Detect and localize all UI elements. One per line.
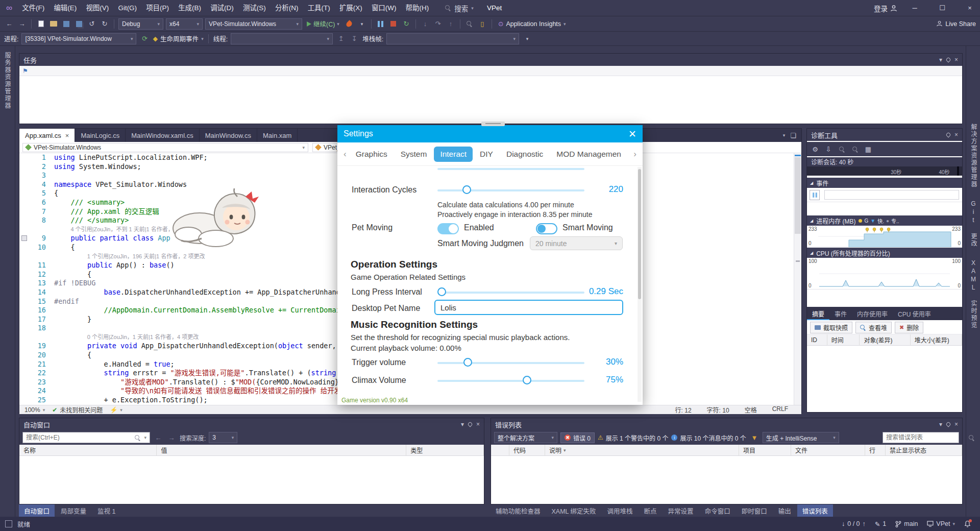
undo-icon[interactable]: ↺ [87,19,97,29]
process-dropdown[interactable]: [35336] VPet-Simulator.Window▾ [21,33,136,44]
menu-item-扩展(X)[interactable]: 扩展(X) [335,0,367,16]
autos-column-值[interactable]: 值 [157,445,406,455]
continue-button[interactable]: 继续(C) ▾ [305,19,341,29]
menu-item-Git(G)[interactable]: Git(G) [113,0,141,16]
gear-icon[interactable]: ⚙ [810,144,820,154]
slider-thumb[interactable] [523,376,531,384]
search-box[interactable]: 搜索 ▾ [445,3,474,13]
document-health-indicator[interactable]: ✔ 未找到相关问题 [52,405,103,414]
git-sync-status[interactable]: ↓ 0 / 0 ↑ [842,520,866,527]
close-button[interactable]: × [960,0,980,16]
error-search-box[interactable] [883,432,959,443]
navigate-back-icon[interactable]: ← [4,19,14,29]
zoom-out-icon[interactable] [850,144,860,154]
climax-volume-slider[interactable] [437,376,584,385]
memory-section-header[interactable]: ◢进程内存 (MB) G ▼快. ●专.. [807,215,962,226]
document-tab-MainWindow.cs[interactable]: MainWindow.cs [200,129,257,142]
chevron-down-icon[interactable]: ▾ [939,421,942,428]
tabs-scroll-right-icon[interactable]: › [631,149,639,159]
notifications-bell[interactable] [964,520,971,527]
error-column-行[interactable]: 行 [865,445,886,455]
step-over-icon[interactable]: ↷ [433,19,443,29]
editor-vertical-scrollbar[interactable] [794,153,801,405]
diag-column-ID[interactable]: ID [807,334,827,345]
breadcrumb-project-dropdown[interactable]: VPet-Simulator.Windows ▾ [22,143,308,152]
repo-selector[interactable]: VPet ▾ [927,520,955,527]
autos-column-名称[interactable]: 名称 [19,445,157,455]
lifecycle-events-dropdown[interactable]: ◆ 生命周期事件 ▾ [153,34,203,43]
navigate-forward-icon[interactable]: → [17,19,27,29]
smart-moving-toggle[interactable] [536,223,557,234]
interaction-cycles-slider[interactable] [437,185,584,195]
document-tab-Main.xam[interactable]: Main.xam [257,129,298,142]
toolbar-overflow-icon[interactable]: ▾ [522,34,532,44]
git-branch-status[interactable]: main [895,520,918,527]
left-tool-tab[interactable]: 服务器资源管理器 [0,46,15,115]
open-folder-icon[interactable] [48,19,59,29]
thread-up-icon[interactable]: ↥ [336,34,346,44]
pause-events-button[interactable] [810,190,820,200]
scroll-thumb[interactable] [795,157,801,234]
step-into-icon[interactable]: ↓ [420,19,430,29]
document-tab-App.xaml.cs[interactable]: App.xaml.cs× [19,129,75,142]
find-in-files-icon[interactable] [464,19,475,29]
close-icon[interactable]: × [954,131,958,138]
source-dropdown[interactable]: 生成 + IntelliSense▾ [763,432,839,443]
restart-icon[interactable]: ↻ [401,19,411,29]
eol-mode[interactable]: CRLF [772,405,788,414]
diag-column-时间[interactable]: 时间 [827,334,860,345]
hot-reload-icon[interactable] [344,19,354,29]
settings-scrollbar[interactable] [638,167,642,402]
diag-tab-事件[interactable]: 事件 [829,307,852,320]
sign-in-button[interactable]: 登录 [874,3,897,13]
error-column-文件[interactable]: 文件 [791,445,865,455]
menu-item-测试(S)[interactable]: 测试(S) [238,0,271,16]
severity-column[interactable] [491,445,509,455]
settings-tab-system[interactable]: System [395,147,433,162]
chart-options-icon[interactable]: ▦ [863,144,873,154]
trigger-volume-slider[interactable] [437,358,584,367]
cpu-section-header[interactable]: ◢CPU (所有处理器的百分比) [807,248,962,258]
thread-down-icon[interactable]: ↧ [349,34,359,44]
menu-item-分析(N)[interactable]: 分析(N) [271,0,303,16]
pin-icon[interactable] [468,422,472,426]
new-file-icon[interactable] [36,19,46,29]
panel-tab-辅助功能检查器[interactable]: 辅助功能检查器 [491,504,546,517]
tab-list-chevron-icon[interactable]: ▾ [783,133,786,138]
autos-search-input[interactable] [26,434,131,441]
prev-result-icon[interactable]: ← [153,432,163,443]
pending-edits-status[interactable]: ✎ 1 [875,520,886,528]
code-cleanup-icon[interactable]: ⚡▾ [110,406,122,414]
zoom-dropdown[interactable]: 100%▾ [24,406,45,414]
autos-search-box[interactable]: ▾ [22,432,150,443]
stop-debug-icon[interactable] [388,19,399,29]
vpet-character-sticker[interactable] [169,185,266,251]
panel-tab-局部变量[interactable]: 局部变量 [56,504,91,517]
panel-tab-监视 1[interactable]: 监视 1 [92,504,120,517]
document-tab-MainWindow.xaml.cs[interactable]: MainWindow.xaml.cs [126,129,199,142]
events-section-header[interactable]: ◢事件 [807,178,962,188]
thread-dropdown[interactable]: ▾ [231,33,333,44]
warnings-filter-button[interactable]: ⚠ 展示 1 个警告中的 0 个 [598,433,668,442]
side-tab-解决方案资源管理器[interactable]: 解决方案资源管理器 [966,117,980,194]
panel-tab-错误列表[interactable]: 错误列表 [797,504,833,517]
pet-moving-toggle[interactable] [437,223,459,234]
panel-tab-输出[interactable]: 输出 [773,504,796,517]
timeline-ruler[interactable]: 30秒 40秒 [807,166,962,176]
diag-column-堆大小(差异)[interactable]: 堆大小(差异) [911,334,962,345]
search-depth-dropdown[interactable]: 3▾ [209,432,237,443]
break-all-icon[interactable] [376,19,386,29]
diag-button-查看堆[interactable]: 查看堆 [855,322,892,333]
chevron-down-icon[interactable]: ▾ [461,421,464,428]
settings-tab-diy[interactable]: DIY [474,147,499,162]
errors-filter-button[interactable]: ✖ 错误 0 [560,432,595,443]
menu-item-工具(T)[interactable]: 工具(T) [303,0,335,16]
menu-item-视图(V)[interactable]: 视图(V) [81,0,113,16]
panel-tab-断点[interactable]: 断点 [639,504,662,517]
live-share-button[interactable]: Live Share [936,20,976,28]
bookmark-icon[interactable]: ▯ [477,19,487,29]
smart-judgment-dropdown[interactable]: 20 minute ▾ [530,236,623,250]
float-window-icon[interactable]: ❏ [790,132,796,139]
redo-icon[interactable]: ↻ [100,19,110,29]
panel-tab-命令窗口[interactable]: 命令窗口 [700,504,736,517]
